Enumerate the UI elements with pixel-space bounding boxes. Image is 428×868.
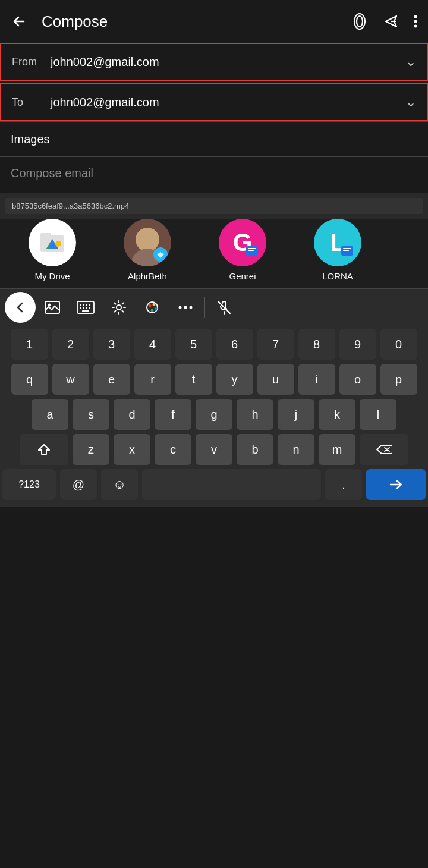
from-field[interactable]: From john002@gmail.com ⌄ xyxy=(0,43,428,81)
from-value: john002@gmail.com xyxy=(45,55,405,69)
key-z[interactable]: z xyxy=(73,434,109,465)
header-actions xyxy=(351,13,417,30)
kb-row-numbers: 1 2 3 4 5 6 7 8 9 0 xyxy=(2,329,426,360)
svg-point-38 xyxy=(151,309,154,312)
key-m[interactable]: m xyxy=(319,434,355,465)
to-value: john002@gmail.com xyxy=(45,96,405,109)
svg-rect-26 xyxy=(86,304,87,306)
key-i[interactable]: i xyxy=(298,364,335,395)
key-3[interactable]: 3 xyxy=(93,329,130,360)
key-emoji[interactable]: ☺ xyxy=(101,469,138,500)
to-field[interactable]: To john002@gmail.com ⌄ xyxy=(0,83,428,121)
key-f[interactable]: f xyxy=(155,399,191,430)
key-8[interactable]: 8 xyxy=(298,329,335,360)
key-9[interactable]: 9 xyxy=(339,329,376,360)
key-e[interactable]: e xyxy=(93,364,130,395)
key-y[interactable]: y xyxy=(216,364,253,395)
key-o[interactable]: o xyxy=(339,364,376,395)
key-space[interactable] xyxy=(142,469,321,500)
key-p[interactable]: p xyxy=(380,364,417,395)
svg-rect-27 xyxy=(89,304,90,306)
svg-rect-25 xyxy=(83,304,84,306)
key-t[interactable]: t xyxy=(175,364,212,395)
compose-area[interactable]: Compose email xyxy=(0,157,428,193)
attach-button[interactable] xyxy=(351,13,369,30)
alphrbeth-label: AlphrBeth xyxy=(128,271,167,281)
key-l[interactable]: l xyxy=(360,399,396,430)
to-label: To xyxy=(12,96,45,109)
key-backspace[interactable] xyxy=(360,434,408,465)
more-button[interactable] xyxy=(414,14,417,29)
key-c[interactable]: c xyxy=(155,434,191,465)
key-2[interactable]: 2 xyxy=(52,329,89,360)
from-label: From xyxy=(12,56,45,68)
key-u[interactable]: u xyxy=(257,364,294,395)
kb-theme-button[interactable] xyxy=(136,292,169,323)
drive-item-mydrive[interactable]: My Drive xyxy=(5,219,100,281)
kb-row-bottom: ?123 @ ☺ . xyxy=(2,469,426,500)
drive-item-genrei[interactable]: G Genrei xyxy=(195,219,290,281)
key-at[interactable]: @ xyxy=(60,469,97,500)
subject-row[interactable]: Images xyxy=(0,122,428,156)
key-b[interactable]: b xyxy=(237,434,273,465)
svg-rect-31 xyxy=(89,307,90,309)
genrei-label: Genrei xyxy=(229,271,256,281)
svg-rect-16 xyxy=(248,250,254,251)
back-button[interactable] xyxy=(11,13,27,30)
key-0[interactable]: 0 xyxy=(380,329,417,360)
drive-item-lorna[interactable]: L LORNA xyxy=(290,219,385,281)
key-k[interactable]: k xyxy=(319,399,355,430)
svg-point-33 xyxy=(117,305,121,310)
key-a[interactable]: a xyxy=(32,399,68,430)
keyboard-toolbar xyxy=(0,288,428,325)
svg-rect-24 xyxy=(80,304,81,306)
kb-image-button[interactable] xyxy=(36,292,69,323)
kb-mic-off-button[interactable] xyxy=(207,292,241,323)
send-button[interactable] xyxy=(383,13,399,30)
key-h[interactable]: h xyxy=(237,399,273,430)
drive-item-alphrbeth[interactable]: AlphrBeth xyxy=(100,219,195,281)
key-j[interactable]: j xyxy=(278,399,314,430)
key-x[interactable]: x xyxy=(114,434,150,465)
from-chevron-icon: ⌄ xyxy=(405,54,416,70)
key-v[interactable]: v xyxy=(196,434,232,465)
key-7[interactable]: 7 xyxy=(257,329,294,360)
kb-divider xyxy=(204,297,205,318)
key-symbols[interactable]: ?123 xyxy=(2,469,56,500)
to-chevron-icon: ⌄ xyxy=(405,95,416,110)
key-enter[interactable] xyxy=(366,469,426,500)
keyboard: 1 2 3 4 5 6 7 8 9 0 q w e r t y u i o p … xyxy=(0,325,428,507)
key-n[interactable]: n xyxy=(278,434,314,465)
key-1[interactable]: 1 xyxy=(11,329,48,360)
kb-more-tool-button[interactable] xyxy=(169,292,202,323)
svg-rect-30 xyxy=(86,307,87,309)
kb-settings-button[interactable] xyxy=(102,292,136,323)
top-bar: Compose xyxy=(0,0,428,43)
key-5[interactable]: 5 xyxy=(175,329,212,360)
svg-point-1 xyxy=(357,16,363,27)
drive-icons-row: My Drive AlphrBeth G xyxy=(0,219,428,288)
key-r[interactable]: r xyxy=(134,364,171,395)
key-d[interactable]: d xyxy=(114,399,150,430)
key-shift[interactable] xyxy=(20,434,68,465)
key-period[interactable]: . xyxy=(325,469,362,500)
svg-point-10 xyxy=(136,228,159,251)
key-w[interactable]: w xyxy=(52,364,89,395)
svg-rect-28 xyxy=(80,307,81,309)
kb-row-asdf: a s d f g h j k l xyxy=(2,399,426,430)
key-q[interactable]: q xyxy=(11,364,48,395)
lorna-label: LORNA xyxy=(322,271,353,281)
key-s[interactable]: s xyxy=(73,399,109,430)
alphrbeth-icon xyxy=(124,219,171,266)
lorna-icon: L xyxy=(314,219,361,266)
svg-point-3 xyxy=(414,20,417,23)
key-6[interactable]: 6 xyxy=(216,329,253,360)
kb-keyboard-button[interactable] xyxy=(69,292,102,323)
key-g[interactable]: g xyxy=(196,399,232,430)
svg-point-2 xyxy=(414,15,417,18)
kb-back-button[interactable] xyxy=(5,292,36,323)
svg-rect-15 xyxy=(248,248,256,249)
svg-point-37 xyxy=(155,307,158,310)
genrei-icon: G xyxy=(219,219,266,266)
key-4[interactable]: 4 xyxy=(134,329,171,360)
